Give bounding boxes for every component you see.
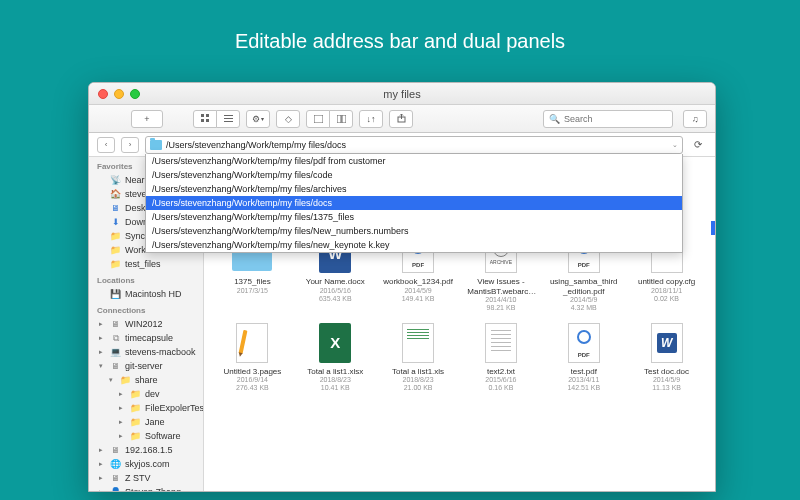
file-date: 2016/9/14 bbox=[237, 376, 268, 384]
sidebar-item-icon: 💻 bbox=[110, 347, 121, 358]
sidebar-item[interactable]: 📁test_files bbox=[89, 257, 203, 271]
address-suggestion[interactable]: /Users/stevenzhang/Work/temp/my files/ne… bbox=[146, 238, 682, 252]
address-suggestion[interactable]: /Users/stevenzhang/Work/temp/my files/13… bbox=[146, 210, 682, 224]
address-suggestion[interactable]: /Users/stevenzhang/Work/temp/my files/do… bbox=[146, 196, 682, 210]
svg-rect-1 bbox=[206, 114, 209, 117]
sidebar-item[interactable]: ▸🖥WIN2012 bbox=[89, 317, 203, 331]
close-button[interactable] bbox=[98, 89, 108, 99]
file-date: 2013/4/11 bbox=[568, 376, 599, 384]
sidebar-item-label: Steven Zhang bbox=[125, 487, 181, 491]
disclosure-icon[interactable]: ▸ bbox=[119, 432, 126, 440]
sidebar-item-label: Jane bbox=[145, 417, 165, 427]
disclosure-icon[interactable]: ▸ bbox=[99, 460, 106, 468]
disclosure-icon[interactable]: ▸ bbox=[119, 390, 126, 398]
sidebar-item-icon: ⬇︎ bbox=[110, 217, 121, 228]
file-date: 2014/5/9 bbox=[404, 287, 431, 295]
disclosure-icon[interactable]: ▸ bbox=[99, 348, 106, 356]
disclosure-icon[interactable]: ▾ bbox=[99, 362, 106, 370]
file-date: 2017/3/15 bbox=[237, 287, 268, 295]
sidebar-item[interactable]: ▸🌐skyjos.com bbox=[89, 457, 203, 471]
xls-icon bbox=[396, 321, 440, 365]
file-name: untitled copy.cfg bbox=[638, 277, 695, 286]
sidebar-item[interactable]: ▸📁dev bbox=[89, 387, 203, 401]
sidebar-item[interactable]: ▸💻stevens-macbook bbox=[89, 345, 203, 359]
music-button[interactable]: ♫ bbox=[683, 110, 707, 128]
svg-rect-2 bbox=[201, 119, 204, 122]
reload-button[interactable]: ⟳ bbox=[689, 137, 707, 153]
sidebar-item-label: skyjos.com bbox=[125, 459, 170, 469]
xlsx-icon: X bbox=[313, 321, 357, 365]
file-date: 2014/5/9 bbox=[570, 296, 597, 304]
disclosure-icon[interactable]: ▸ bbox=[99, 446, 106, 454]
back-button[interactable]: ‹ bbox=[97, 137, 115, 153]
file-name: 1375_files bbox=[234, 277, 270, 286]
sidebar-item-label: Work bbox=[125, 245, 146, 255]
zoom-button[interactable] bbox=[130, 89, 140, 99]
view-list-button[interactable] bbox=[216, 110, 240, 128]
file-name: Your Name.docx bbox=[306, 277, 365, 286]
file-item[interactable]: Total a list1.xls2018/8/2321.00 KB bbox=[378, 319, 459, 395]
disclosure-icon[interactable]: ▸ bbox=[99, 474, 106, 482]
sidebar-item-label: Software bbox=[145, 431, 181, 441]
file-name: test.pdf bbox=[571, 367, 597, 376]
file-item[interactable]: XTotal a list1.xlsx2018/8/2310.41 KB bbox=[295, 319, 376, 395]
sidebar-item-icon: 📁 bbox=[130, 431, 141, 442]
add-button[interactable]: + bbox=[131, 110, 163, 128]
minimize-button[interactable] bbox=[114, 89, 124, 99]
address-suggestion[interactable]: /Users/stevenzhang/Work/temp/my files/co… bbox=[146, 168, 682, 182]
single-panel-button[interactable] bbox=[306, 110, 330, 128]
sidebar-item[interactable]: ▸🖥Z STV bbox=[89, 471, 203, 485]
word-icon: W bbox=[645, 321, 689, 365]
sidebar-item[interactable]: 💾Macintosh HD bbox=[89, 287, 203, 301]
disclosure-icon[interactable]: ▸ bbox=[99, 488, 106, 491]
sidebar-item[interactable]: ▾📁share bbox=[89, 373, 203, 387]
search-input[interactable] bbox=[564, 114, 667, 124]
sidebar-item-icon: 📁 bbox=[130, 403, 141, 414]
share-button[interactable] bbox=[389, 110, 413, 128]
folder-icon bbox=[150, 140, 162, 150]
toolbar: + ⚙▾ ◇ ↓↑ 🔍 ♫ bbox=[89, 105, 715, 133]
file-name: Test doc.doc bbox=[644, 367, 689, 376]
file-size: 0.02 KB bbox=[654, 295, 679, 303]
sidebar-item-icon: 🏠 bbox=[110, 189, 121, 200]
sidebar-item-label: dev bbox=[145, 389, 160, 399]
file-size: 10.41 KB bbox=[321, 384, 350, 392]
sidebar-item[interactable]: ▸📁Software bbox=[89, 429, 203, 443]
sidebar-item-label: timecapsule bbox=[125, 333, 173, 343]
file-item[interactable]: Untitled 3.pages2016/9/14276.43 KB bbox=[212, 319, 293, 395]
address-input[interactable] bbox=[166, 140, 668, 150]
sidebar-item-icon: 📁 bbox=[130, 389, 141, 400]
view-icons-button[interactable] bbox=[193, 110, 217, 128]
disclosure-icon[interactable]: ▸ bbox=[119, 418, 126, 426]
address-suggestion[interactable]: /Users/stevenzhang/Work/temp/my files/pd… bbox=[146, 154, 682, 168]
address-suggestion[interactable]: /Users/stevenzhang/Work/temp/my files/Ne… bbox=[146, 224, 682, 238]
file-date: 2014/5/9 bbox=[653, 376, 680, 384]
sidebar-header: Locations bbox=[89, 271, 203, 287]
disclosure-icon[interactable]: ▸ bbox=[99, 320, 106, 328]
action-button[interactable]: ◇ bbox=[276, 110, 300, 128]
sidebar-item[interactable]: ▸📁FileExpolerTestFiles bbox=[89, 401, 203, 415]
sidebar-item[interactable]: ▸⧉timecapsule bbox=[89, 331, 203, 345]
sidebar-item[interactable]: ▾🖥git-server bbox=[89, 359, 203, 373]
file-date: 2018/8/23 bbox=[403, 376, 434, 384]
dropdown-icon[interactable]: ⌄ bbox=[672, 141, 678, 149]
file-item[interactable]: text2.txt2015/6/160.16 KB bbox=[461, 319, 542, 395]
disclosure-icon[interactable]: ▸ bbox=[99, 334, 106, 342]
disclosure-icon[interactable]: ▸ bbox=[119, 404, 126, 412]
sidebar-item[interactable]: ▸👤Steven Zhang bbox=[89, 485, 203, 491]
sidebar-item[interactable]: ▸🖥192.168.1.5 bbox=[89, 443, 203, 457]
settings-button[interactable]: ⚙▾ bbox=[246, 110, 270, 128]
disclosure-icon[interactable]: ▾ bbox=[109, 376, 116, 384]
address-suggestion[interactable]: /Users/stevenzhang/Work/temp/my files/ar… bbox=[146, 182, 682, 196]
file-size: 276.43 KB bbox=[236, 384, 269, 392]
sidebar-item[interactable]: ▸📁Jane bbox=[89, 415, 203, 429]
search-box[interactable]: 🔍 bbox=[543, 110, 673, 128]
sort-button[interactable]: ↓↑ bbox=[359, 110, 383, 128]
sidebar-item-label: stevens-macbook bbox=[125, 347, 196, 357]
forward-button[interactable]: › bbox=[121, 137, 139, 153]
address-bar[interactable]: ⌄ bbox=[145, 136, 683, 154]
file-name: Total a list1.xlsx bbox=[307, 367, 363, 376]
file-item[interactable]: PDFtest.pdf2013/4/11142.51 KB bbox=[543, 319, 624, 395]
dual-panel-button[interactable] bbox=[329, 110, 353, 128]
file-item[interactable]: WTest doc.doc2014/5/911.13 KB bbox=[626, 319, 707, 395]
